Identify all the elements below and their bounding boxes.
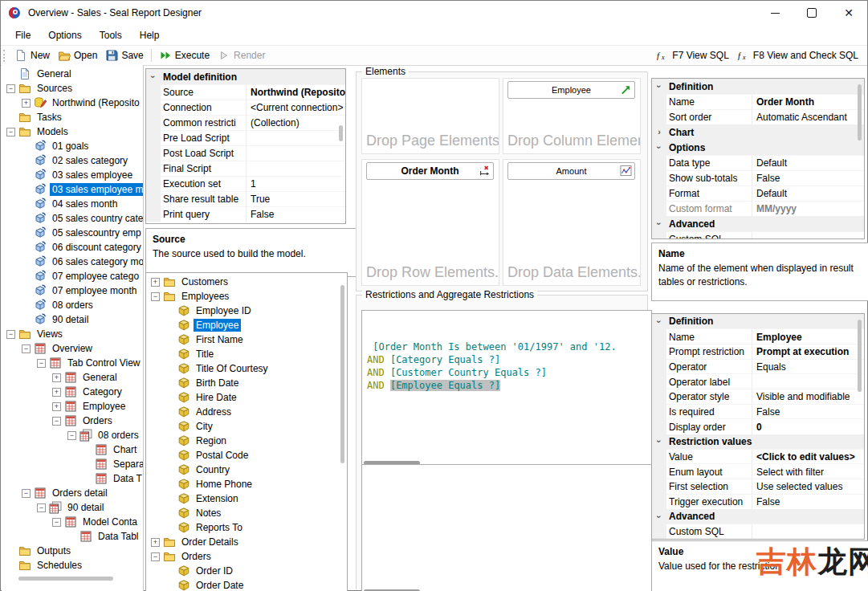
tree-item[interactable]: −Overview bbox=[2, 341, 143, 356]
chevron-down-icon[interactable]: › bbox=[658, 512, 661, 521]
tree-item[interactable]: Notes bbox=[146, 506, 347, 520]
restriction-line[interactable]: AND [Employee Equals ?] bbox=[367, 379, 646, 392]
close-button[interactable]: ✕ bbox=[830, 1, 867, 25]
element-property-grid[interactable]: ›DefinitionNameOrder MonthSort orderAuto… bbox=[651, 78, 865, 239]
page-elements-drop-zone[interactable]: Drop Page Elements... bbox=[361, 78, 499, 154]
property-row[interactable]: Pre Load Script bbox=[146, 130, 345, 145]
element-grid-vscrollbar[interactable] bbox=[858, 84, 862, 141]
maximize-button[interactable] bbox=[793, 1, 830, 25]
property-category[interactable]: ›Definition bbox=[652, 79, 864, 94]
property-value[interactable]: Visible and modifiable bbox=[752, 389, 864, 405]
property-row[interactable]: Execution set1 bbox=[146, 176, 345, 191]
tree-item[interactable]: 06 discount category bbox=[2, 240, 143, 255]
property-value[interactable]: False bbox=[752, 170, 864, 186]
tree-item[interactable]: −08 orders bbox=[2, 428, 143, 442]
property-value[interactable]: Order Month bbox=[752, 94, 864, 110]
property-row[interactable]: Is requiredFalse bbox=[652, 404, 864, 419]
tree-item[interactable]: Employee ID bbox=[146, 304, 347, 318]
property-category[interactable]: ›Definition bbox=[652, 314, 864, 329]
tree-item[interactable]: Tasks bbox=[2, 110, 143, 124]
collapse-expander-icon[interactable]: − bbox=[151, 292, 160, 301]
tree-item[interactable]: Reports To bbox=[146, 520, 347, 535]
menu-item-help[interactable]: Help bbox=[131, 26, 169, 44]
property-row[interactable]: Operator label bbox=[652, 374, 864, 389]
tree-item[interactable]: +Employee bbox=[2, 399, 143, 414]
tree-item[interactable]: Separa bbox=[2, 457, 143, 471]
left-tree-hscrollbar[interactable] bbox=[18, 577, 113, 581]
tree-item[interactable]: 05 sales country cate bbox=[2, 211, 143, 226]
property-value[interactable]: 1 bbox=[246, 176, 345, 192]
property-row[interactable]: First selectionUse selected values bbox=[652, 479, 864, 495]
open-button[interactable]: Open bbox=[54, 47, 101, 63]
tree-item[interactable]: −Sources bbox=[2, 81, 143, 96]
property-value[interactable]: Northwind (Reposito bbox=[246, 84, 345, 100]
property-row[interactable]: FormatDefault bbox=[652, 185, 864, 201]
tree-item[interactable]: −Orders bbox=[146, 549, 347, 564]
save-button[interactable]: Save bbox=[101, 47, 147, 63]
collapse-expander-icon[interactable]: − bbox=[52, 518, 61, 527]
property-category[interactable]: ›Advanced bbox=[652, 216, 864, 231]
report-tree[interactable]: General−Sources+Northwind (RepositoTasks… bbox=[2, 65, 144, 591]
chevron-down-icon[interactable]: › bbox=[658, 437, 661, 446]
collapse-expander-icon[interactable]: − bbox=[6, 330, 15, 339]
tree-item[interactable]: Birth Date bbox=[146, 376, 347, 390]
property-row[interactable]: Connection<Current connection> bbox=[146, 100, 345, 115]
property-value[interactable] bbox=[246, 145, 345, 161]
tree-item[interactable]: 07 employee month bbox=[2, 283, 143, 298]
collapse-expander-icon[interactable]: − bbox=[151, 552, 160, 561]
property-category[interactable]: ›Restriction values bbox=[652, 434, 864, 450]
property-value[interactable]: <Current connection> bbox=[246, 100, 345, 116]
fields-tree-vscrollbar[interactable] bbox=[340, 285, 344, 463]
property-value[interactable]: Use selected values bbox=[752, 479, 864, 495]
tree-item[interactable]: 03 sales employee bbox=[2, 168, 143, 182]
expand-expander-icon[interactable]: + bbox=[22, 99, 31, 108]
tree-item[interactable]: 07 employee catego bbox=[2, 269, 143, 283]
menu-item-tools[interactable]: Tools bbox=[91, 26, 131, 44]
tree-item[interactable]: −Orders detail bbox=[2, 486, 143, 500]
property-row[interactable]: Common restricti(Collection) bbox=[146, 115, 345, 130]
tree-item[interactable]: −90 detail bbox=[2, 500, 143, 515]
property-row[interactable]: NameEmployee bbox=[652, 329, 864, 344]
tree-item[interactable]: Data T bbox=[2, 471, 143, 486]
tree-item[interactable]: −Model Conta bbox=[2, 515, 143, 529]
tree-item[interactable]: First Name bbox=[146, 332, 347, 347]
tree-item[interactable]: Postal Code bbox=[146, 448, 347, 463]
tree-item[interactable]: Chart bbox=[2, 442, 143, 457]
tree-item[interactable]: Employee bbox=[146, 318, 347, 332]
collapse-expander-icon[interactable]: − bbox=[22, 489, 31, 498]
property-value[interactable]: Default bbox=[752, 155, 864, 171]
tree-item[interactable]: 04 sales month bbox=[2, 197, 143, 211]
aggregate-restrictions-editor[interactable] bbox=[361, 464, 652, 591]
expand-expander-icon[interactable]: + bbox=[151, 278, 160, 287]
restrictions-editor[interactable]: [Order Month Is between '01/1997' and '1… bbox=[361, 310, 652, 467]
tree-item[interactable]: Outputs bbox=[2, 544, 143, 558]
property-value[interactable]: True bbox=[246, 191, 345, 207]
minimize-button[interactable] bbox=[756, 1, 793, 25]
expand-expander-icon[interactable]: + bbox=[52, 402, 61, 411]
property-value[interactable]: Equals bbox=[752, 359, 864, 375]
property-row[interactable]: Post Load Script bbox=[146, 145, 345, 161]
tree-item[interactable]: 01 goals bbox=[2, 139, 143, 153]
title-bar[interactable]: Overview - Sales - Seal Report Designer … bbox=[1, 1, 867, 25]
property-value[interactable]: Select with filter bbox=[752, 463, 864, 479]
tree-item[interactable]: Schedules bbox=[2, 558, 143, 573]
tree-item[interactable]: Hire Date bbox=[146, 390, 347, 405]
tree-item[interactable]: 90 detail bbox=[2, 312, 143, 327]
chevron-down-icon[interactable]: › bbox=[658, 219, 661, 228]
tree-item[interactable]: Home Phone bbox=[146, 477, 347, 491]
property-row[interactable]: Final Script bbox=[146, 161, 345, 176]
property-row[interactable]: SourceNorthwind (Reposito bbox=[146, 84, 345, 100]
source-fields-tree[interactable]: +Customers−EmployeesEmployee IDEmployeeF… bbox=[145, 272, 348, 591]
property-value[interactable]: False bbox=[752, 494, 864, 510]
tree-item[interactable]: +Northwind (Reposito bbox=[2, 96, 143, 110]
chevron-down-icon[interactable]: › bbox=[658, 82, 661, 91]
tree-item[interactable]: +Order Details bbox=[146, 535, 347, 549]
property-row[interactable]: Print queryFalse bbox=[146, 206, 345, 222]
property-value[interactable]: Default bbox=[752, 185, 864, 202]
property-row[interactable]: Share result tableTrue bbox=[146, 191, 345, 206]
column-elements-drop-zone[interactable]: Drop Column ElementsEmployee bbox=[503, 78, 641, 154]
menu-item-options[interactable]: Options bbox=[39, 26, 90, 44]
tree-item[interactable]: 05 salescountry emp bbox=[2, 226, 143, 240]
property-row[interactable]: Enum layoutSelect with filter bbox=[652, 464, 864, 479]
tree-item[interactable]: −Employees bbox=[146, 289, 347, 304]
